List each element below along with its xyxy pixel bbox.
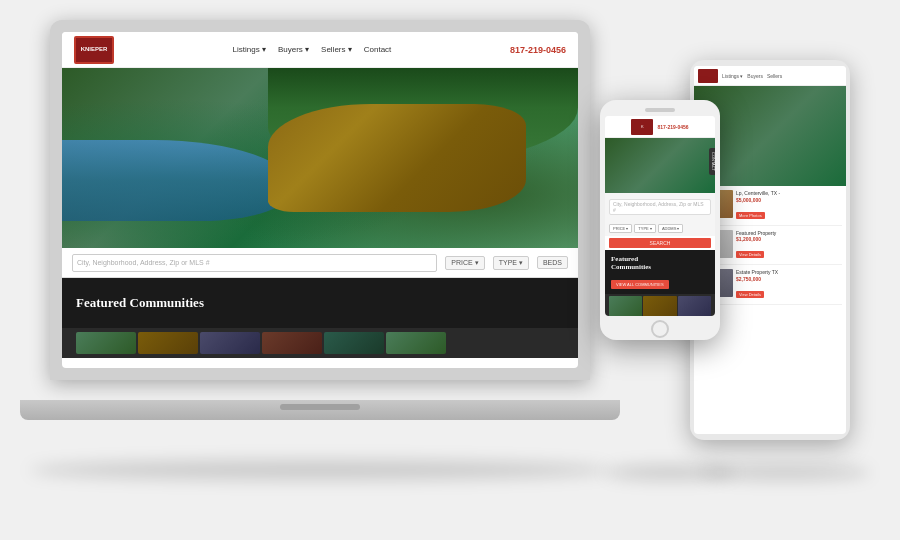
hero-land — [268, 104, 526, 212]
phone-featured-section: FeaturedCommunities VIEW ALL COMMUNITIES — [605, 250, 715, 294]
laptop: KNIEPER Listings ▾ Buyers ▾ Sellers ▾ Co… — [50, 20, 610, 420]
laptop-search-input[interactable]: City, Neighborhood, Address, Zip or MLS … — [72, 254, 437, 272]
tablet-listing-price-2: $1,200,000 — [736, 236, 842, 242]
laptop-nav-phone: 817-219-0456 — [510, 45, 566, 55]
community-card-2[interactable] — [138, 332, 198, 354]
laptop-screen: KNIEPER Listings ▾ Buyers ▾ Sellers ▾ Co… — [62, 32, 578, 368]
laptop-body: KNIEPER Listings ▾ Buyers ▾ Sellers ▾ Co… — [50, 20, 590, 380]
laptop-type-dropdown[interactable]: TYPE ▾ — [493, 256, 529, 270]
phone-logo: K — [631, 119, 653, 135]
laptop-base — [20, 400, 620, 420]
community-card-4[interactable] — [262, 332, 322, 354]
tablet-nav-sellers[interactable]: Sellers — [767, 73, 782, 79]
community-card-5[interactable] — [324, 332, 384, 354]
phone-body: K 817-219-0456 CONTACT City, Neighborhoo… — [600, 100, 720, 340]
laptop-featured-section: Featured Communities — [62, 278, 578, 328]
nav-link-sellers[interactable]: Sellers ▾ — [321, 45, 352, 54]
tablet-listing-btn-2[interactable]: View Details — [736, 251, 764, 258]
phone-contact-badge[interactable]: CONTACT — [709, 148, 715, 175]
laptop-website-nav: KNIEPER Listings ▾ Buyers ▾ Sellers ▾ Co… — [62, 32, 578, 68]
phone-featured-title: FeaturedCommunities — [611, 255, 709, 272]
phone-search-area: City, Neighborhood, Address, Zip or MLS … — [605, 193, 715, 221]
phone-price-filter[interactable]: PRICE ▾ — [609, 224, 632, 233]
phone-phone-number: 817-219-0456 — [657, 124, 688, 130]
laptop-featured-title: Featured Communities — [76, 295, 204, 311]
laptop-communities-bar — [62, 328, 578, 358]
phone-addms-filter[interactable]: ADDMS ▾ — [658, 224, 684, 233]
phone: K 817-219-0456 CONTACT City, Neighborhoo… — [600, 100, 720, 340]
phone-home-button[interactable] — [651, 320, 669, 338]
phone-view-all-btn[interactable]: VIEW ALL COMMUNITIES — [611, 280, 669, 289]
tablet-listing-text-1: Lp, Centerville, TX - $5,000,000 More Ph… — [736, 190, 842, 221]
phone-screen: K 817-219-0456 CONTACT City, Neighborhoo… — [605, 116, 715, 316]
tablet-nav: Listings ▾ Buyers Sellers — [694, 66, 846, 86]
phone-community-img-3[interactable] — [678, 296, 711, 316]
phone-type-filter[interactable]: TYPE ▾ — [634, 224, 656, 233]
phone-community-imgs — [605, 294, 715, 316]
tablet-listing-btn-1[interactable]: More Photos — [736, 212, 765, 219]
laptop-search-bar: City, Neighborhood, Address, Zip or MLS … — [62, 248, 578, 278]
tablet-listing-price-1: $5,000,000 — [736, 197, 842, 203]
scene: KNIEPER Listings ▾ Buyers ▾ Sellers ▾ Co… — [0, 0, 900, 540]
community-card-3[interactable] — [200, 332, 260, 354]
phone-nav: K 817-219-0456 — [605, 116, 715, 138]
tablet-shadow — [700, 465, 870, 480]
phone-hero: CONTACT — [605, 138, 715, 193]
laptop-nav-links: Listings ▾ Buyers ▾ Sellers ▾ Contact — [233, 45, 392, 54]
laptop-price-dropdown[interactable]: PRICE ▾ — [445, 256, 484, 270]
community-card-6[interactable] — [386, 332, 446, 354]
tablet-nav-listings[interactable]: Listings ▾ — [722, 73, 743, 79]
tablet-nav-buyers[interactable]: Buyers — [747, 73, 763, 79]
phone-search-button[interactable]: SEARCH — [609, 238, 711, 248]
tablet-listing-text-2: Featured Property $1,200,000 View Detail… — [736, 230, 842, 261]
tablet-logo — [698, 69, 718, 83]
tablet-listing-btn-3[interactable]: View Details — [736, 291, 764, 298]
phone-search-input[interactable]: City, Neighborhood, Address, Zip or MLS … — [609, 199, 711, 215]
phone-speaker — [645, 108, 675, 112]
laptop-beds-dropdown[interactable]: BEDS — [537, 256, 568, 269]
laptop-logo: KNIEPER — [74, 36, 114, 64]
laptop-logo-area: KNIEPER — [74, 36, 114, 64]
phone-community-img-2[interactable] — [643, 296, 676, 316]
laptop-hero — [62, 68, 578, 248]
nav-link-contact[interactable]: Contact — [364, 45, 392, 54]
laptop-shadow — [30, 460, 610, 480]
phone-filters: PRICE ▾ TYPE ▾ ADDMS ▾ — [605, 221, 715, 236]
nav-link-buyers[interactable]: Buyers ▾ — [278, 45, 309, 54]
nav-link-listings[interactable]: Listings ▾ — [233, 45, 266, 54]
community-card-1[interactable] — [76, 332, 136, 354]
tablet-listing-text-3: Estate Property TX $2,750,000 View Detai… — [736, 269, 842, 300]
tablet-listing-price-3: $2,750,000 — [736, 276, 842, 282]
tablet-nav-items: Listings ▾ Buyers Sellers — [722, 73, 782, 79]
phone-community-img-1[interactable] — [609, 296, 642, 316]
